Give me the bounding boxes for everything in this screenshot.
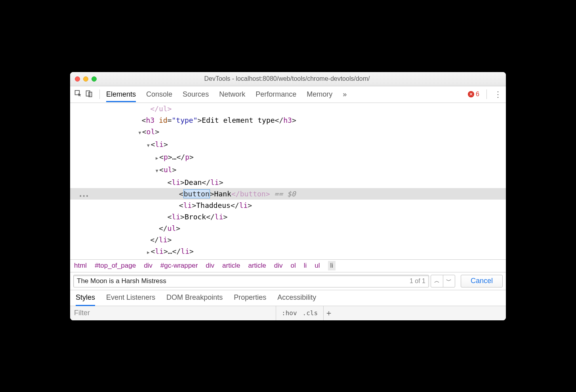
dom-node[interactable]: ▶<p>…</p>: [70, 151, 506, 164]
tab-performance[interactable]: Performance: [256, 90, 296, 99]
dom-node[interactable]: ▶<li>…</li>: [70, 245, 506, 258]
error-count-badge[interactable]: ✕ 6: [468, 91, 479, 98]
tab-console[interactable]: Console: [146, 90, 172, 99]
minimize-window-button[interactable]: [83, 76, 88, 82]
kebab-menu-icon[interactable]: ⋮: [494, 89, 502, 99]
crumb-item[interactable]: li: [304, 262, 307, 270]
tab-sources[interactable]: Sources: [183, 90, 209, 99]
tab-event-listeners[interactable]: Event Listeners: [106, 293, 155, 306]
tabs-overflow-button[interactable]: »: [343, 90, 347, 99]
dom-node[interactable]: <li>Dean</li>: [70, 177, 506, 188]
crumb-item[interactable]: #gc-wrapper: [160, 262, 198, 270]
cls-toggle[interactable]: .cls: [303, 309, 318, 317]
separator: [99, 89, 100, 99]
zoom-window-button[interactable]: [92, 76, 97, 82]
crumb-item[interactable]: div: [206, 262, 214, 270]
dom-node[interactable]: </li>: [70, 234, 506, 245]
dom-node[interactable]: </ul>: [70, 103, 506, 114]
svg-rect-1: [86, 91, 90, 96]
tab-properties[interactable]: Properties: [234, 293, 266, 306]
dom-node[interactable]: </ul>: [70, 223, 506, 234]
dom-node-selected[interactable]: ••• <button>Hank</button> == $0: [70, 188, 506, 200]
tab-accessibility[interactable]: Accessibility: [277, 293, 316, 306]
window-title: DevTools - localhost:8080/web/tools/chro…: [97, 75, 501, 82]
devtools-window: DevTools - localhost:8080/web/tools/chro…: [70, 72, 506, 320]
close-window-button[interactable]: [75, 76, 80, 82]
crumb-item[interactable]: article: [248, 262, 266, 270]
dom-breadcrumb: html #top_of_page div #gc-wrapper div ar…: [70, 259, 506, 272]
tab-network[interactable]: Network: [219, 90, 245, 99]
search-bar: The Moon is a Harsh Mistress 1 of 1 ︿ ﹀ …: [70, 272, 506, 290]
crumb-item-selected[interactable]: li: [328, 261, 336, 270]
cancel-button[interactable]: Cancel: [461, 275, 503, 287]
search-input[interactable]: The Moon is a Harsh Mistress 1 of 1: [73, 275, 429, 287]
crumb-item[interactable]: div: [144, 262, 153, 270]
crumb-item[interactable]: article: [222, 262, 240, 270]
tag-name-edit-input[interactable]: button: [183, 189, 210, 198]
dom-tree[interactable]: </ul> <h3 id="type">Edit element type</h…: [70, 103, 506, 259]
tab-memory[interactable]: Memory: [307, 90, 332, 99]
styles-filter-input[interactable]: Filter: [70, 306, 276, 320]
tab-dom-breakpoints[interactable]: DOM Breakpoints: [166, 293, 223, 306]
row-actions-icon[interactable]: •••: [77, 188, 89, 202]
crumb-item[interactable]: html: [74, 262, 87, 270]
crumb-item[interactable]: ul: [315, 262, 320, 270]
separator: [486, 89, 487, 99]
titlebar: DevTools - localhost:8080/web/tools/chro…: [70, 72, 506, 86]
dom-node[interactable]: ▼<li>: [70, 139, 506, 151]
traffic-lights: [75, 76, 97, 82]
dom-node[interactable]: <li>Thaddeus</li>: [70, 200, 506, 211]
filter-placeholder: Filter: [74, 309, 90, 317]
styles-toolbar: Filter :hov .cls ＋: [70, 306, 506, 320]
toggle-device-icon[interactable]: [85, 89, 93, 99]
error-count: 6: [476, 91, 479, 98]
dom-node[interactable]: ▼<ol>: [70, 126, 506, 139]
crumb-item[interactable]: ol: [291, 262, 296, 270]
search-stepper: ︿ ﹀: [431, 275, 455, 287]
search-value: The Moon is a Harsh Mistress: [77, 277, 410, 285]
search-next-button[interactable]: ﹀: [443, 275, 455, 287]
inspect-element-icon[interactable]: [74, 89, 82, 99]
crumb-item[interactable]: #top_of_page: [95, 262, 136, 270]
dom-node[interactable]: <h3 id="type">Edit element type</h3>: [70, 114, 506, 126]
crumb-item[interactable]: div: [274, 262, 283, 270]
tab-styles[interactable]: Styles: [76, 293, 95, 306]
new-style-rule-button[interactable]: ＋: [324, 306, 334, 320]
error-icon: ✕: [468, 91, 474, 97]
search-result-count: 1 of 1: [410, 278, 425, 285]
tab-elements[interactable]: Elements: [106, 90, 136, 102]
dom-node[interactable]: <li>Brock</li>: [70, 211, 506, 223]
dom-node[interactable]: ▼<ul>: [70, 164, 506, 177]
panel-tabs: Elements Console Sources Network Perform…: [106, 90, 465, 99]
sidebar-tabs: Styles Event Listeners DOM Breakpoints P…: [70, 290, 506, 306]
search-prev-button[interactable]: ︿: [431, 275, 443, 287]
hov-toggle[interactable]: :hov: [282, 309, 297, 317]
main-toolbar: Elements Console Sources Network Perform…: [70, 86, 506, 103]
